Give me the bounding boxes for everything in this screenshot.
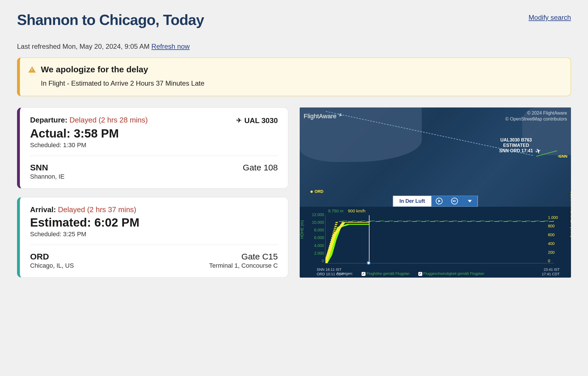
dropdown-button[interactable] <box>462 196 478 206</box>
departure-label: Departure: <box>30 116 67 124</box>
arrival-label: Arrival: <box>30 205 56 214</box>
chart-cursor-line <box>369 215 369 263</box>
flight-number: ✈ UAL 3030 <box>236 116 278 125</box>
arrival-card: Arrival: Delayed (2 hrs 37 mins) Estimat… <box>17 197 288 278</box>
fast-forward-button[interactable] <box>447 196 462 206</box>
chart-legend: Anzeigen: ✓Flughöhe gemäß Flugplan ✓Flug… <box>337 271 565 276</box>
arrival-terminal: Terminal 1, Concourse C <box>209 262 278 269</box>
chevron-down-icon <box>468 200 472 202</box>
destination-label: ORD <box>315 189 324 194</box>
flight-map[interactable]: FlightAware✈ © 2024 FlightAware © OpenSt… <box>300 107 571 207</box>
alert-heading: We apologize for the delay <box>41 65 148 74</box>
divider <box>30 245 278 245</box>
arrival-scheduled-time: Scheduled: 3:25 PM <box>30 231 278 238</box>
altitude-speed-chart[interactable]: 9.750 m 900 km/h HÖHE (m) GESCHWINDIGKEI… <box>300 207 571 278</box>
departure-gate: Gate 108 <box>243 163 278 172</box>
page-title: Shannon to Chicago, Today <box>17 11 204 28</box>
refresh-timestamp: Last refreshed Mon, May 20, 2024, 9:05 A… <box>17 43 152 50</box>
legend-prefix: Anzeigen: <box>337 271 353 276</box>
map-playback-controls: In Der Luft <box>393 196 478 207</box>
y-axis-right-label: GESCHWINDIGKEIT (km/h) <box>570 191 571 237</box>
chart-lines <box>326 215 554 263</box>
delay-alert: We apologize for the delay In Flight - E… <box>17 58 571 96</box>
refresh-status: Last refreshed Mon, May 20, 2024, 9:05 A… <box>17 43 571 50</box>
arrival-airport-code: ORD <box>30 252 74 261</box>
arrival-estimated-time: Estimated: 6:02 PM <box>30 216 278 229</box>
arrival-airport-city: Chicago, IL, US <box>30 262 74 269</box>
y-axis-left-ticks: 12.000 10.000 8.000 6.000 4.000 2.000 0 <box>311 212 324 263</box>
departure-card: Departure: Delayed (2 hrs 28 mins) ✈ UAL… <box>17 107 288 189</box>
departure-airport-code: SNN <box>30 163 64 172</box>
plot-area <box>325 215 554 263</box>
refresh-now-link[interactable]: Refresh now <box>152 43 190 50</box>
departure-status: Delayed (2 hrs 28 mins) <box>70 116 148 124</box>
flight-map-panel: FlightAware✈ © 2024 FlightAware © OpenSt… <box>300 107 571 278</box>
play-button[interactable] <box>432 196 447 206</box>
modify-search-link[interactable]: Modify search <box>529 14 571 22</box>
departure-airport-city: Shannon, IE <box>30 173 64 180</box>
speed-peak-label: 900 km/h <box>348 208 366 213</box>
alert-subtext: In Flight - Estimated to Arrive 2 Hours … <box>41 79 562 87</box>
flight-status-label: In Der Luft <box>393 196 432 206</box>
origin-label: SNN <box>558 154 568 159</box>
arrival-status: Delayed (2 hrs 37 mins) <box>58 205 136 214</box>
divider <box>30 156 278 156</box>
departure-actual-time: Actual: 3:58 PM <box>30 127 278 140</box>
departure-scheduled-time: Scheduled: 1:30 PM <box>30 141 278 149</box>
arrival-gate: Gate C15 <box>209 252 278 261</box>
altitude-peak-label: 9.750 m <box>328 208 343 213</box>
destination-marker[interactable] <box>310 191 313 193</box>
warning-icon <box>28 66 36 73</box>
airplane-icon: ✈ <box>236 117 242 124</box>
y-axis-left-label: HÖHE (m) <box>300 220 304 238</box>
chart-cursor-handle[interactable] <box>367 261 371 265</box>
legend-altitude-toggle[interactable]: ✓Flughöhe gemäß Flugplan <box>362 271 410 276</box>
flight-overlay-info: UAL3030 B763 ESTIMATED SNN ORD 17:41 <box>499 137 533 154</box>
map-attribution: © 2024 FlightAware © OpenStreetMap contr… <box>505 110 567 122</box>
flight-code: UAL 3030 <box>244 116 278 125</box>
legend-speed-toggle[interactable]: ✓Fluggeschwindigkeit gemäß Flugplan <box>418 271 484 276</box>
